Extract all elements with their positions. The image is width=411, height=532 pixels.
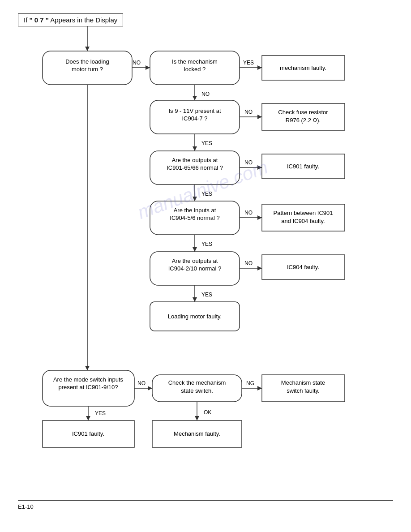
svg-marker-45 (85, 366, 90, 370)
label-no-2: NO (201, 91, 210, 97)
svg-marker-20 (193, 146, 197, 151)
page-container: If " 0 7 " Appears in the Display manual… (0, 0, 411, 523)
footer-text: E1-10 (18, 503, 34, 510)
svg-marker-31 (257, 215, 262, 220)
svg-text:R976 (2.2 Ω).: R976 (2.2 Ω). (286, 117, 321, 124)
label-yes-1: YES (243, 60, 254, 66)
node-ic904-faulty: IC904 faulty. (287, 264, 319, 270)
node-mechanism-faulty-1: mechanism faulty. (280, 64, 326, 71)
label-yes-6: YES (95, 410, 106, 416)
svg-text:IC901-65/66 normal ?: IC901-65/66 normal ? (167, 164, 223, 171)
label-ok: OK (204, 409, 211, 416)
node-check-switch: Check the mechanism (168, 379, 226, 386)
svg-marker-27 (193, 197, 197, 201)
node-ic901-faulty-1: IC901 faulty. (287, 163, 319, 170)
node-mode-switch: Are the mode switch inputs (53, 376, 124, 383)
svg-text:switch faulty.: switch faulty. (287, 387, 319, 394)
footer: E1-10 (18, 500, 393, 510)
svg-text:and IC904 faulty.: and IC904 faulty. (281, 218, 325, 224)
svg-marker-53 (257, 386, 262, 390)
node-inputs-ic904: Are the inputs at (174, 207, 216, 214)
label-yes-2: YES (201, 140, 212, 146)
label-ng: NG (246, 380, 254, 386)
node-pattern-faulty: Pattern between IC901 (274, 210, 333, 216)
node-outputs-ic904: Are the outputs at (172, 257, 218, 264)
svg-marker-16 (257, 115, 262, 119)
svg-marker-42 (193, 297, 197, 302)
svg-text:IC904-2/10 normal ?: IC904-2/10 normal ? (168, 265, 222, 272)
title-text: If " 0 7 " Appears in the Display (24, 16, 117, 24)
svg-text:IC904-5/6 normal ?: IC904-5/6 normal ? (170, 215, 219, 221)
label-no-6: NO (244, 260, 253, 266)
node-mechanism-faulty-2: Mechanism faulty. (174, 430, 220, 437)
svg-marker-9 (257, 65, 262, 70)
label-yes-3: YES (201, 191, 212, 197)
svg-text:IC904-7 ?: IC904-7 ? (182, 115, 207, 122)
svg-marker-5 (146, 65, 150, 70)
label-yes-5: YES (201, 292, 212, 298)
node-9-11v: Is 9 - 11V present at (168, 107, 221, 114)
svg-text:present at IC901-9/10?: present at IC901-9/10? (59, 384, 118, 390)
svg-marker-12 (193, 96, 197, 100)
label-no-7: NO (137, 380, 146, 386)
label-no-4: NO (244, 159, 253, 166)
svg-marker-49 (148, 386, 152, 390)
svg-marker-57 (195, 416, 199, 420)
node-check-fuse: Check fuse resistor (278, 109, 328, 116)
label-no-3: NO (244, 109, 253, 115)
label-yes-4: YES (201, 241, 212, 247)
svg-marker-1 (85, 47, 90, 51)
label-no-1: NO (133, 60, 141, 66)
svg-text:motor turn ?: motor turn ? (72, 66, 103, 73)
svg-marker-59 (86, 416, 90, 420)
svg-marker-39 (257, 266, 262, 270)
svg-marker-24 (257, 165, 262, 170)
title-box: If " 0 7 " Appears in the Display (18, 13, 123, 26)
svg-text:locked ?: locked ? (184, 66, 206, 73)
label-no-5: NO (244, 210, 253, 216)
node-mechanism-locked: Is the mechanism (172, 58, 218, 65)
node-loading-motor: Does the loading (65, 58, 109, 65)
node-ic901-faulty-2: IC901 faulty. (72, 430, 104, 437)
node-mechanism-state-faulty: Mechanism state (281, 379, 325, 386)
node-outputs-ic901: Are the outputs at (172, 157, 218, 163)
svg-marker-35 (193, 247, 197, 252)
flowchart-svg: Does the loading motor turn ? NO Is the … (18, 26, 394, 497)
svg-text:state switch.: state switch. (181, 387, 213, 394)
node-loading-motor-faulty: Loading motor faulty. (168, 313, 222, 320)
